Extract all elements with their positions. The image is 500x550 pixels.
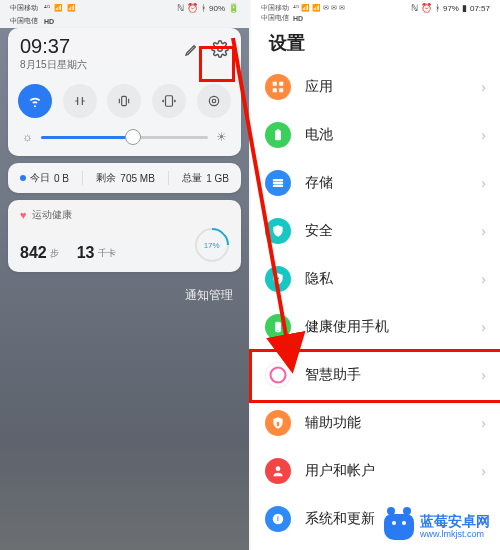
watermark-title: 蓝莓安卓网 bbox=[420, 514, 490, 529]
chevron-right-icon: › bbox=[481, 367, 486, 383]
assistant-icon bbox=[265, 362, 291, 388]
accessibility-icon bbox=[265, 410, 291, 436]
svg-point-14 bbox=[277, 277, 279, 279]
data-remain-value: 705 MB bbox=[120, 173, 154, 184]
settings-item-label: 应用 bbox=[305, 78, 481, 96]
brightness-low-icon: ☼ bbox=[22, 130, 33, 144]
chevron-right-icon: › bbox=[481, 415, 486, 431]
settings-item-label: 电池 bbox=[305, 126, 481, 144]
system-icon: i bbox=[265, 506, 291, 532]
heart-icon: ♥ bbox=[20, 209, 27, 221]
huawei-share-toggle[interactable] bbox=[197, 84, 231, 118]
progress-ring: 17% bbox=[188, 221, 236, 269]
status-bar-right-line2: 中国电信 HD bbox=[251, 13, 500, 27]
settings-item-shield[interactable]: 安全› bbox=[251, 207, 500, 255]
svg-point-16 bbox=[277, 330, 278, 331]
watermark-url: www.lmkjst.com bbox=[420, 530, 490, 540]
battery-percent-r: 97% bbox=[443, 4, 459, 13]
svg-rect-1 bbox=[122, 96, 127, 105]
autorotate-toggle[interactable] bbox=[152, 84, 186, 118]
page-title: 设置 bbox=[251, 27, 500, 63]
settings-item-label: 智慧助手 bbox=[305, 366, 481, 384]
time-display: 09:37 bbox=[20, 36, 87, 56]
settings-item-battery[interactable]: 电池› bbox=[251, 111, 500, 159]
gear-icon[interactable] bbox=[211, 40, 229, 58]
clock-r: 07:57 bbox=[470, 4, 490, 13]
brightness-slider-row: ☼ ☀ bbox=[8, 128, 241, 156]
date-display: 8月15日星期六 bbox=[20, 58, 87, 72]
svg-rect-10 bbox=[277, 129, 279, 131]
carrier-1: 中国移动 bbox=[10, 3, 38, 13]
status-bar-left: 中国移动 ⁴ᴳ 📶 📶 ℕ ⏰ ᚼ 90% 🔋 bbox=[0, 0, 249, 16]
left-phone-notification-shade: 中国移动 ⁴ᴳ 📶 📶 ℕ ⏰ ᚼ 90% 🔋 中国电信 HD bbox=[0, 0, 249, 550]
settings-item-health[interactable]: 健康使用手机› bbox=[251, 303, 500, 351]
steps-value: 842 bbox=[20, 244, 47, 262]
settings-item-user[interactable]: 用户和帐户› bbox=[251, 447, 500, 495]
chevron-right-icon: › bbox=[481, 79, 486, 95]
svg-rect-8 bbox=[279, 88, 283, 92]
svg-rect-12 bbox=[273, 182, 284, 184]
carrier-1-r: 中国移动 bbox=[261, 3, 289, 13]
chevron-right-icon: › bbox=[481, 319, 486, 335]
settings-item-apps[interactable]: 应用› bbox=[251, 63, 500, 111]
dot-indicator-icon bbox=[20, 175, 26, 181]
quick-settings-card: 09:37 8月15日星期六 bbox=[8, 28, 241, 156]
settings-item-privacy-shield[interactable]: 隐私› bbox=[251, 255, 500, 303]
user-icon bbox=[265, 458, 291, 484]
kcal-value: 13 bbox=[77, 244, 95, 262]
health-app-label: 运动健康 bbox=[32, 208, 72, 222]
alarm-icon-r: ⏰ bbox=[421, 3, 432, 13]
chevron-right-icon: › bbox=[481, 127, 486, 143]
carrier-2: 中国电信 bbox=[10, 16, 38, 26]
watermark-logo-icon bbox=[384, 514, 414, 540]
svg-rect-13 bbox=[273, 185, 284, 187]
chevron-right-icon: › bbox=[481, 175, 486, 191]
svg-rect-2 bbox=[166, 96, 173, 107]
settings-item-label: 存储 bbox=[305, 174, 481, 192]
settings-item-accessibility[interactable]: 辅助功能› bbox=[251, 399, 500, 447]
pencil-icon[interactable] bbox=[183, 40, 201, 58]
svg-point-0 bbox=[218, 47, 223, 52]
data-total-value: 1 GB bbox=[206, 173, 229, 184]
apps-icon bbox=[265, 74, 291, 100]
chevron-right-icon: › bbox=[481, 223, 486, 239]
settings-item-label: 辅助功能 bbox=[305, 414, 481, 432]
nfc-icon: ℕ bbox=[177, 3, 184, 13]
vibrate-toggle[interactable] bbox=[107, 84, 141, 118]
settings-item-label: 安全 bbox=[305, 222, 481, 240]
settings-item-assistant[interactable]: 智慧助手› bbox=[251, 351, 500, 399]
status-bar-left-line2: 中国电信 HD bbox=[0, 16, 249, 28]
svg-rect-6 bbox=[279, 82, 283, 86]
kcal-unit: 千卡 bbox=[98, 247, 116, 262]
mobile-data-toggle[interactable] bbox=[63, 84, 97, 118]
watermark: 蓝莓安卓网 www.lmkjst.com bbox=[384, 514, 490, 540]
battery-icon-r: ▮ bbox=[462, 3, 467, 13]
data-today-value: 0 B bbox=[54, 173, 69, 184]
carrier-2-r: 中国电信 bbox=[261, 13, 289, 23]
svg-point-3 bbox=[212, 99, 216, 103]
wifi-toggle[interactable] bbox=[18, 84, 52, 118]
battery-icon bbox=[265, 122, 291, 148]
brightness-slider[interactable] bbox=[41, 136, 208, 139]
chevron-right-icon: › bbox=[481, 463, 486, 479]
battery-charging-icon: 🔋 bbox=[228, 3, 239, 13]
data-remain-label: 剩余 bbox=[96, 171, 116, 185]
quick-toggles-row bbox=[8, 78, 241, 128]
svg-text:i: i bbox=[277, 515, 279, 522]
data-today-label: 今日 bbox=[30, 171, 50, 185]
settings-item-label: 健康使用手机 bbox=[305, 318, 481, 336]
settings-item-label: 隐私 bbox=[305, 270, 481, 288]
battery-percent: 90% bbox=[209, 4, 225, 13]
settings-item-storage[interactable]: 存储› bbox=[251, 159, 500, 207]
settings-list: 应用›电池›存储›安全›隐私›健康使用手机›智慧助手›辅助功能›用户和帐户›i系… bbox=[251, 63, 500, 550]
data-usage-card[interactable]: 今日 0 B 剩余 705 MB 总量 1 GB bbox=[8, 163, 241, 193]
health-card[interactable]: ♥ 运动健康 842 步 13 千卡 17% bbox=[8, 200, 241, 272]
alarm-icon: ⏰ bbox=[187, 3, 198, 13]
notification-management-link[interactable]: 通知管理 bbox=[0, 279, 249, 312]
right-phone-settings: 中国移动 ⁴ᴳ 📶 📶 ✉ ✉ ✉ ℕ ⏰ ᚼ 97% ▮ 07:57 中国电信… bbox=[251, 0, 500, 550]
bluetooth-icon-r: ᚼ bbox=[435, 3, 440, 13]
svg-rect-5 bbox=[273, 82, 277, 86]
settings-item-partial[interactable] bbox=[251, 543, 500, 550]
steps-unit: 步 bbox=[50, 247, 59, 262]
health-icon bbox=[265, 314, 291, 340]
